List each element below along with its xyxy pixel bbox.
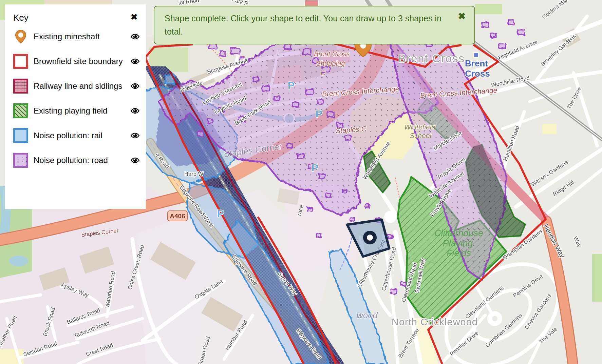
noise-road-fragment [297,154,304,159]
noise-road-fragment [318,100,323,104]
svg-text:A406: A406 [170,213,185,220]
legend-row-noise-road[interactable]: Noise pollution: road [13,153,141,168]
map-label: Brent Cross [314,50,350,58]
map-label: Clitterhouse [434,228,483,238]
noise-road-fragment [316,234,321,238]
legend-item-label: Existing playing field [34,103,128,117]
noise-road-fragment [388,235,392,239]
noise-road-fragment [263,86,269,91]
map-label: School [410,132,432,139]
noise-road-fragment [284,44,291,49]
key-panel: Key ✖ Existing mineshaft Brownfield site… [5,4,146,209]
brownfield-swatch [13,54,28,69]
noise-road-fragment [491,33,496,37]
notification-banner: Shape complete. Click your shape to edit… [154,6,475,44]
noise-road-fragment [350,218,354,221]
noise-road-fragment [231,48,240,54]
noise-road-fragment [208,119,212,123]
parking-icon: P [312,162,318,173]
noise-road-fragment [327,112,334,117]
legend-items: Existing mineshaft Brownfield site bound… [13,29,141,168]
map-label: North Cricklewood [392,317,478,327]
key-close-icon[interactable]: ✖ [129,11,141,23]
noise-road-fragment [482,22,489,27]
noise-road-fragment [326,193,331,197]
noise-road-fragment [499,43,506,48]
legend-item-label: Railway line and sidlings [34,79,128,92]
eye-icon[interactable] [130,54,141,67]
noise-road-fragment [293,102,299,107]
noise-road-fragment [253,77,259,82]
legend-item-label: Existing mineshaft [34,29,128,43]
legend-row-railway[interactable]: Railway line and sidlings [13,79,141,94]
eye-icon[interactable] [130,128,141,142]
road-shield: A406 [168,211,187,221]
map-label: Shopping [316,60,345,67]
noise-road-fragment [343,190,347,193]
noise-road-fragment [197,132,203,136]
noise-rail-swatch [13,128,28,143]
noise-road-fragment [345,136,351,140]
map-label: Brent Cross [398,52,465,65]
legend-item-label: Noise pollution: road [34,153,128,166]
noise-road-fragment [365,204,369,207]
legend-item-label: Noise pollution: rail [34,128,128,142]
map-label: wood [357,310,378,320]
parking-icon: P [288,80,295,91]
legend-row-brownfield[interactable]: Brownfield site boundary [13,54,141,69]
playing-field-swatch [13,103,28,118]
map-label: Brent [465,58,488,68]
parking-icon: P [217,208,224,219]
noise-road-fragment [319,174,325,179]
map-label: Playing [443,238,473,248]
mineshaft-swatch [13,29,28,44]
noise-road-fragment [508,20,514,24]
banner-message: Shape complete. Click your shape to edit… [165,12,447,38]
banner-close-icon[interactable]: ✖ [458,12,466,21]
noise-road-fragment [307,207,312,211]
noise-road-swatch [13,153,28,168]
legend-row-noise-rail[interactable]: Noise pollution: rail [13,128,141,143]
key-title: Key [13,13,29,23]
noise-road-fragment [287,144,293,148]
station-icon [474,53,478,57]
eye-icon[interactable] [130,103,141,117]
map-label: Cross [465,68,490,79]
eye-icon[interactable] [130,153,141,166]
legend-row-mineshaft[interactable]: Existing mineshaft [13,29,141,44]
noise-road-fragment [306,89,314,95]
map-label: C [321,69,326,77]
legend-item-label: Brownfield site boundary [34,54,128,67]
noise-road-fragment [518,30,525,35]
map-label: Fields [447,248,471,258]
noise-road-fragment [274,96,280,100]
parking-icon: P [316,108,322,119]
noise-road-fragment [391,289,397,294]
railway-swatch [13,79,28,94]
noise-road-fragment [220,52,225,56]
eye-icon[interactable] [130,79,141,92]
noise-road-fragment [303,49,311,55]
map-label: Harp W [184,171,203,177]
legend-row-playing-field[interactable]: Existing playing field [13,103,141,118]
map-label: Whitefield [404,123,436,131]
eye-icon[interactable] [130,29,141,43]
